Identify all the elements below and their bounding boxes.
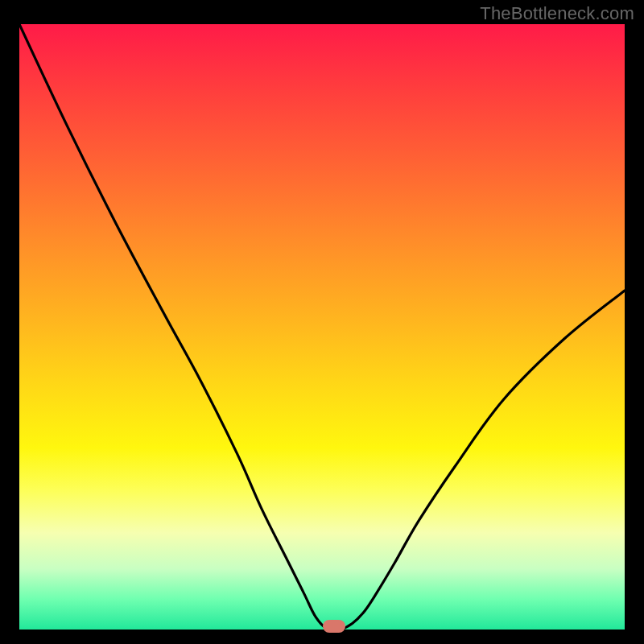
bottleneck-curve: [19, 24, 625, 630]
chart-area: [19, 24, 625, 630]
chart-svg: [19, 24, 625, 630]
optimal-marker: [323, 620, 345, 633]
watermark-text: TheBottleneck.com: [480, 3, 634, 24]
